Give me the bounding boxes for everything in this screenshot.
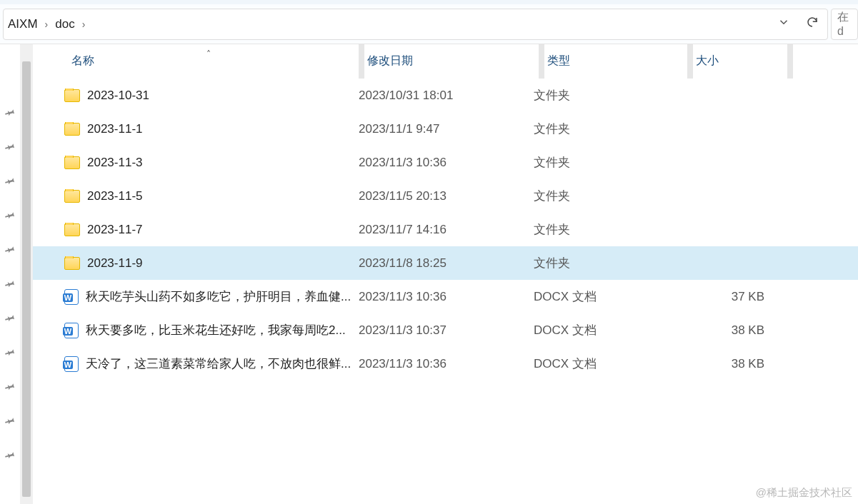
file-name: 2023-11-5 bbox=[87, 189, 143, 203]
cell-date: 2023/11/3 10:36 bbox=[359, 290, 534, 304]
refresh-icon[interactable] bbox=[806, 16, 819, 32]
pin-icon[interactable] bbox=[5, 313, 16, 326]
cell-type: DOCX 文档 bbox=[534, 356, 677, 372]
cell-type: DOCX 文档 bbox=[534, 288, 677, 305]
file-name: 秋天吃芋头山药不如多吃它，护肝明目，养血健... bbox=[86, 288, 351, 305]
pin-icon[interactable] bbox=[5, 381, 16, 394]
table-row[interactable]: 2023-11-12023/11/1 9:47文件夹 bbox=[33, 112, 858, 146]
col-name-header[interactable]: ˄ 名称 bbox=[59, 54, 359, 69]
cell-size: 38 KB bbox=[677, 357, 772, 371]
cell-name[interactable]: 2023-11-5 bbox=[59, 189, 359, 203]
col-name-label: 名称 bbox=[71, 54, 94, 69]
word-doc-icon bbox=[64, 323, 79, 338]
breadcrumb-path[interactable]: AIXM›doc› bbox=[4, 17, 777, 31]
cell-date: 2023/11/1 9:47 bbox=[359, 122, 534, 136]
cell-name[interactable]: 2023-10-31 bbox=[59, 89, 359, 103]
file-name: 2023-11-9 bbox=[87, 256, 143, 271]
cell-type: 文件夹 bbox=[534, 121, 677, 137]
file-name: 2023-10-31 bbox=[87, 89, 149, 103]
pin-icon[interactable] bbox=[5, 107, 16, 120]
cell-type: 文件夹 bbox=[534, 154, 677, 171]
cell-size: 38 KB bbox=[677, 323, 772, 338]
pin-icon[interactable] bbox=[5, 141, 16, 154]
nav-scrollbar[interactable] bbox=[20, 44, 33, 504]
table-row[interactable]: 2023-11-52023/11/5 20:13文件夹 bbox=[33, 179, 858, 213]
file-name: 2023-11-7 bbox=[87, 223, 143, 237]
scroll-thumb[interactable] bbox=[22, 61, 31, 497]
cell-date: 2023/11/8 18:25 bbox=[359, 256, 534, 271]
pin-icon[interactable] bbox=[5, 176, 16, 188]
folder-icon bbox=[64, 190, 80, 203]
breadcrumb-segment[interactable]: AIXM bbox=[4, 17, 42, 31]
cell-date: 2023/10/31 18:01 bbox=[359, 89, 534, 103]
search-input[interactable]: 在 d bbox=[831, 9, 858, 40]
table-row[interactable]: 秋天吃芋头山药不如多吃它，护肝明目，养血健...2023/11/3 10:36D… bbox=[33, 280, 858, 313]
col-separator[interactable] bbox=[787, 44, 793, 79]
cell-name[interactable]: 2023-11-7 bbox=[59, 223, 359, 237]
cell-name[interactable]: 2023-11-9 bbox=[59, 256, 359, 271]
sort-indicator-icon: ˄ bbox=[206, 49, 211, 59]
folder-icon bbox=[64, 156, 80, 169]
cell-type: DOCX 文档 bbox=[534, 322, 677, 338]
file-rows: 2023-10-312023/10/31 18:01文件夹2023-11-120… bbox=[33, 79, 858, 380]
file-list: ˄ 名称 修改日期 类型 大小 2023-10-312023/10/31 18:… bbox=[33, 44, 858, 504]
pin-icon[interactable] bbox=[5, 210, 16, 223]
cell-type: 文件夹 bbox=[534, 188, 677, 204]
table-row[interactable]: 2023-11-32023/11/3 10:36文件夹 bbox=[33, 146, 858, 179]
cell-date: 2023/11/3 10:37 bbox=[359, 323, 534, 338]
col-size-header[interactable]: 大小 bbox=[693, 54, 787, 69]
cell-type: 文件夹 bbox=[534, 221, 677, 238]
word-doc-icon bbox=[64, 289, 79, 305]
col-type-header[interactable]: 类型 bbox=[544, 54, 687, 69]
pin-icon[interactable] bbox=[5, 347, 16, 360]
table-row[interactable]: 天冷了，这三道素菜常给家人吃，不放肉也很鲜...2023/11/3 10:36D… bbox=[33, 347, 858, 380]
cell-type: 文件夹 bbox=[534, 87, 677, 104]
chevron-right-icon[interactable]: › bbox=[42, 19, 51, 30]
col-separator[interactable] bbox=[539, 44, 544, 79]
cell-date: 2023/11/3 10:36 bbox=[359, 357, 534, 371]
file-name: 秋天要多吃，比玉米花生还好吃，我家每周吃2... bbox=[86, 322, 346, 338]
folder-icon bbox=[64, 123, 80, 136]
folder-icon bbox=[64, 257, 80, 270]
breadcrumb-segment[interactable]: doc bbox=[51, 17, 79, 31]
history-dropdown-icon[interactable] bbox=[777, 16, 790, 32]
cell-name[interactable]: 2023-11-1 bbox=[59, 122, 359, 136]
pin-icon[interactable] bbox=[5, 278, 16, 291]
search-placeholder: 在 d bbox=[837, 10, 852, 38]
table-row[interactable]: 秋天要多吃，比玉米花生还好吃，我家每周吃2...2023/11/3 10:37D… bbox=[33, 313, 858, 347]
cell-date: 2023/11/5 20:13 bbox=[359, 189, 534, 203]
word-doc-icon bbox=[64, 356, 79, 372]
table-row[interactable]: 2023-11-72023/11/7 14:16文件夹 bbox=[33, 213, 858, 246]
cell-name[interactable]: 秋天吃芋头山药不如多吃它，护肝明目，养血健... bbox=[59, 288, 359, 305]
col-separator[interactable] bbox=[359, 44, 364, 79]
table-row[interactable]: 2023-11-92023/11/8 18:25文件夹 bbox=[33, 246, 858, 280]
file-name: 2023-11-3 bbox=[87, 156, 143, 170]
cell-date: 2023/11/7 14:16 bbox=[359, 223, 534, 237]
column-headers: ˄ 名称 修改日期 类型 大小 bbox=[33, 44, 858, 79]
cell-name[interactable]: 秋天要多吃，比玉米花生还好吃，我家每周吃2... bbox=[59, 322, 359, 338]
content-area: ˄ 名称 修改日期 类型 大小 2023-10-312023/10/31 18:… bbox=[0, 44, 858, 504]
cell-date: 2023/11/3 10:36 bbox=[359, 156, 534, 170]
address-toolbar: AIXM›doc› 在 d bbox=[0, 0, 858, 44]
folder-icon bbox=[64, 223, 80, 236]
col-separator[interactable] bbox=[687, 44, 693, 79]
folder-icon bbox=[64, 89, 80, 102]
cell-type: 文件夹 bbox=[534, 255, 677, 271]
cell-name[interactable]: 天冷了，这三道素菜常给家人吃，不放肉也很鲜... bbox=[59, 356, 359, 372]
cell-name[interactable]: 2023-11-3 bbox=[59, 156, 359, 170]
cell-size: 37 KB bbox=[677, 290, 772, 304]
file-name: 2023-11-1 bbox=[87, 122, 143, 136]
table-row[interactable]: 2023-10-312023/10/31 18:01文件夹 bbox=[33, 79, 858, 112]
file-name: 天冷了，这三道素菜常给家人吃，不放肉也很鲜... bbox=[86, 356, 351, 372]
col-date-header[interactable]: 修改日期 bbox=[364, 54, 539, 69]
pin-icon[interactable] bbox=[5, 244, 16, 257]
quick-access-pins bbox=[0, 44, 20, 504]
watermark: @稀土掘金技术社区 bbox=[756, 486, 852, 500]
breadcrumb[interactable]: AIXM›doc› bbox=[3, 9, 828, 40]
pin-icon[interactable] bbox=[5, 450, 16, 463]
chevron-right-icon[interactable]: › bbox=[79, 19, 89, 30]
pin-icon[interactable] bbox=[5, 415, 16, 428]
